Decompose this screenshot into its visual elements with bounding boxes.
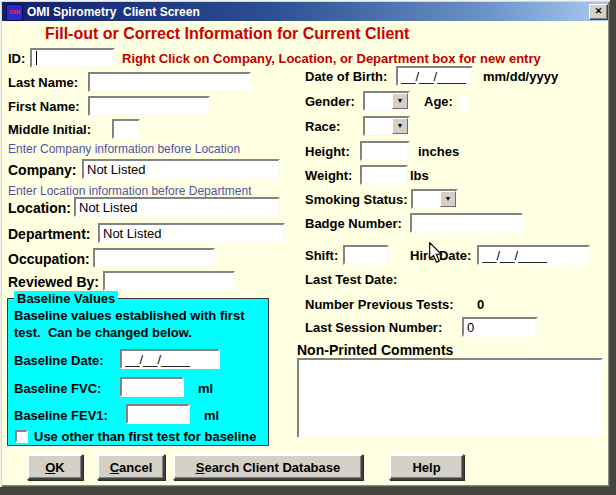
age-value <box>460 96 469 112</box>
gender-select[interactable]: ▼ <box>363 91 410 111</box>
location-label: Location: <box>8 200 71 216</box>
reviewed-by-label: Reviewed By: <box>8 274 99 290</box>
help-button[interactable]: Help <box>389 454 464 480</box>
last-test-date-label: Last Test Date: <box>305 272 397 287</box>
baseline-fvc-unit: ml <box>198 381 213 396</box>
previous-tests-label: Number Previous Tests: <box>305 297 454 312</box>
smoking-status-label: Smoking Status: <box>305 192 408 207</box>
weight-unit-label: lbs <box>410 168 429 183</box>
last-session-label: Last Session Number: <box>305 320 442 335</box>
baseline-date-input[interactable] <box>120 349 220 369</box>
window-title: OMI Spirometry Client Screen <box>27 5 200 19</box>
baseline-fvc-input[interactable] <box>120 377 184 397</box>
weight-label: Weight: <box>305 168 352 183</box>
dob-format-label: mm/dd/yyyy <box>483 69 558 84</box>
text-caret <box>36 51 37 65</box>
company-input[interactable] <box>82 159 280 179</box>
occupation-input[interactable] <box>93 248 215 268</box>
height-input[interactable] <box>360 141 410 161</box>
mouse-cursor-icon <box>428 242 443 264</box>
company-label: Company: <box>8 162 76 178</box>
cancel-button[interactable]: Cancel <box>97 454 165 480</box>
title-bar[interactable]: OMI OMI Spirometry Client Screen ✕ <box>2 2 608 21</box>
shift-input[interactable] <box>343 245 389 265</box>
badge-number-label: Badge Number: <box>305 216 402 231</box>
company-hint: Enter Company information before Locatio… <box>8 142 240 156</box>
hire-date-input[interactable] <box>477 245 590 265</box>
department-label: Department: <box>8 226 90 242</box>
baseline-fev1-input[interactable] <box>126 404 190 424</box>
page-title: Fill-out or Correct Information for Curr… <box>45 25 409 43</box>
close-icon: ✕ <box>595 6 603 16</box>
ok-button[interactable]: OK <box>27 454 83 480</box>
chevron-down-icon[interactable]: ▼ <box>392 93 408 109</box>
comments-textarea[interactable] <box>297 358 603 438</box>
baseline-values-group: Baseline Values Baseline values establis… <box>7 298 269 446</box>
client-screen-window: OMI OMI Spirometry Client Screen ✕ Fill-… <box>0 0 610 487</box>
race-select[interactable]: ▼ <box>363 116 410 136</box>
baseline-fvc-label: Baseline FVC: <box>14 381 101 396</box>
first-name-label: First Name: <box>8 99 80 114</box>
right-click-instruction: Right Click on Company, Location, or Dep… <box>122 51 541 66</box>
shift-label: Shift: <box>305 248 338 263</box>
baseline-fev1-label: Baseline FEV1: <box>14 408 108 423</box>
first-name-input[interactable] <box>88 96 210 116</box>
height-unit-label: inches <box>418 144 459 159</box>
dob-label: Date of Birth: <box>305 69 387 84</box>
baseline-checkbox[interactable] <box>15 430 28 443</box>
baseline-description: Baseline values established with first t… <box>14 307 264 341</box>
occupation-label: Occupation: <box>8 251 90 267</box>
middle-initial-label: Middle Initial: <box>8 122 91 137</box>
smoking-status-select[interactable]: ▼ <box>411 189 458 209</box>
last-name-input[interactable] <box>88 72 251 92</box>
app-icon: OMI <box>6 4 23 21</box>
close-button[interactable]: ✕ <box>589 4 608 20</box>
age-label: Age: <box>424 94 453 109</box>
search-client-database-button[interactable]: Search Client Database <box>173 454 363 480</box>
baseline-fev1-unit: ml <box>204 408 219 423</box>
badge-number-input[interactable] <box>410 213 523 233</box>
last-session-input[interactable] <box>462 317 538 337</box>
id-input[interactable] <box>30 48 115 68</box>
location-hint: Enter Location information before Depart… <box>8 184 251 198</box>
id-label: ID: <box>8 51 25 66</box>
department-input[interactable] <box>98 223 285 243</box>
reviewed-by-input[interactable] <box>103 271 235 291</box>
chevron-down-icon[interactable]: ▼ <box>392 118 408 134</box>
weight-input[interactable] <box>360 165 408 185</box>
race-label: Race: <box>305 119 340 134</box>
dob-input[interactable] <box>396 66 473 86</box>
baseline-date-label: Baseline Date: <box>14 353 104 368</box>
comments-label: Non-Printed Comments <box>297 342 453 358</box>
middle-initial-input[interactable] <box>112 119 140 139</box>
height-label: Height: <box>305 144 350 159</box>
baseline-group-legend: Baseline Values <box>14 291 118 306</box>
last-name-label: Last Name: <box>8 75 78 90</box>
gender-label: Gender: <box>305 94 355 109</box>
baseline-checkbox-label: Use other than first test for baseline <box>34 429 257 444</box>
previous-tests-value: 0 <box>477 297 484 312</box>
location-input[interactable] <box>74 197 280 217</box>
chevron-down-icon[interactable]: ▼ <box>440 191 456 207</box>
